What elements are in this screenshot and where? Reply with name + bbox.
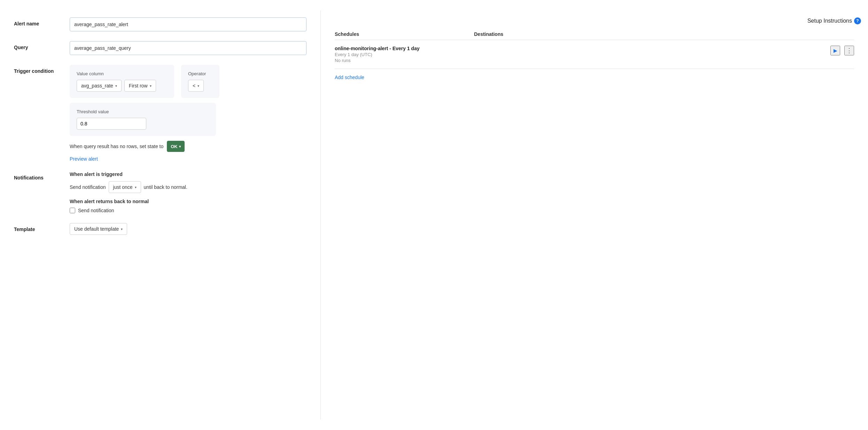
operator-label: Operator (188, 71, 212, 76)
query-row: Query (14, 41, 307, 55)
schedule-info: online-monitoring-alert - Every 1 day Ev… (335, 46, 830, 63)
trigger-condition-content: Value column avg_pass_rate ▾ First row ▾ (70, 65, 307, 162)
returns-checkbox-row: Send notification (70, 208, 307, 213)
schedule-runs: No runs (335, 58, 830, 63)
trigger-condition-row: Trigger condition Value column avg_pass_… (14, 65, 307, 162)
send-notification-row: Send notification just once ▾ until back… (70, 181, 307, 193)
value-column-selected: avg_pass_rate (81, 83, 113, 89)
template-label: Template (14, 223, 70, 232)
query-input[interactable] (70, 41, 307, 55)
send-notification-prefix: Send notification (70, 184, 106, 190)
query-content (70, 41, 307, 55)
add-schedule-link[interactable]: Add schedule (335, 75, 364, 80)
row-selector-chevron-icon: ▾ (150, 84, 152, 88)
schedules-header: Schedules Destinations (335, 31, 854, 40)
notifications-content: When alert is triggered Send notificatio… (70, 171, 307, 213)
setup-instructions-text: Setup Instructions (807, 18, 852, 24)
no-rows-state-button[interactable]: OK ▾ (167, 141, 185, 152)
destinations-col-header: Destinations (474, 31, 503, 37)
alert-name-label: Alert name (14, 17, 70, 26)
send-notification-suffix: until back to normal. (144, 184, 187, 190)
trigger-condition-section: Value column avg_pass_rate ▾ First row ▾ (70, 65, 307, 103)
schedule-item: online-monitoring-alert - Every 1 day Ev… (335, 40, 854, 69)
template-selected: Use default template (74, 226, 119, 232)
schedule-play-button[interactable]: ▶ (830, 46, 840, 55)
returns-to-normal-header: When alert returns back to normal (70, 199, 307, 204)
value-column-label: Value column (77, 71, 167, 76)
value-column-select[interactable]: avg_pass_rate ▾ (77, 80, 122, 92)
operator-select-row: < ▾ (188, 80, 212, 92)
template-chevron-icon: ▾ (121, 227, 123, 231)
notification-frequency-select[interactable]: just once ▾ (109, 181, 141, 193)
template-row: Template Use default template ▾ (14, 223, 307, 235)
alert-name-content (70, 17, 307, 31)
right-panel: Setup Instructions ? Schedules Destinati… (321, 10, 868, 420)
schedule-frequency: Every 1 day (UTC) (335, 52, 830, 57)
operator-chevron-icon: ▾ (197, 84, 199, 88)
no-rows-text: When query result has no rows, set state… (70, 144, 163, 149)
no-rows-chevron-icon: ▾ (179, 145, 181, 148)
preview-alert-link[interactable]: Preview alert (70, 156, 98, 162)
notification-frequency-selected: just once (113, 184, 133, 190)
row-selector-select[interactable]: First row ▾ (124, 80, 156, 92)
alert-name-input[interactable] (70, 17, 307, 31)
operator-select[interactable]: < ▾ (188, 80, 204, 92)
threshold-label: Threshold value (77, 109, 209, 114)
alert-name-row: Alert name (14, 17, 307, 31)
schedule-name: online-monitoring-alert - Every 1 day (335, 46, 830, 51)
value-column-box: Value column avg_pass_rate ▾ First row ▾ (70, 65, 174, 98)
help-icon[interactable]: ? (854, 17, 861, 24)
notification-frequency-chevron-icon: ▾ (135, 185, 137, 189)
no-rows-state-label: OK (171, 144, 178, 149)
schedule-actions: ▶ ⋮ (830, 46, 854, 55)
schedule-more-button[interactable]: ⋮ (844, 46, 854, 55)
template-select[interactable]: Use default template ▾ (70, 223, 127, 235)
value-column-chevron-icon: ▾ (115, 84, 117, 88)
threshold-input[interactable] (77, 118, 146, 130)
no-rows-row: When query result has no rows, set state… (70, 141, 307, 152)
notifications-label: Notifications (14, 171, 70, 181)
returns-checkbox-label: Send notification (78, 208, 114, 213)
setup-instructions: Setup Instructions ? (807, 17, 861, 24)
threshold-box: Threshold value (70, 103, 216, 136)
value-column-selects: avg_pass_rate ▾ First row ▾ (77, 80, 167, 92)
notifications-row: Notifications When alert is triggered Se… (14, 171, 307, 213)
when-triggered-header: When alert is triggered (70, 171, 307, 177)
schedules-col-header: Schedules (335, 31, 474, 37)
operator-selected: < (193, 83, 195, 89)
returns-checkbox[interactable] (70, 208, 75, 213)
query-label: Query (14, 41, 70, 50)
operator-box: Operator < ▾ (181, 65, 219, 98)
template-content: Use default template ▾ (70, 223, 307, 235)
trigger-condition-label: Trigger condition (14, 65, 70, 74)
row-selector-selected: First row (129, 83, 148, 89)
